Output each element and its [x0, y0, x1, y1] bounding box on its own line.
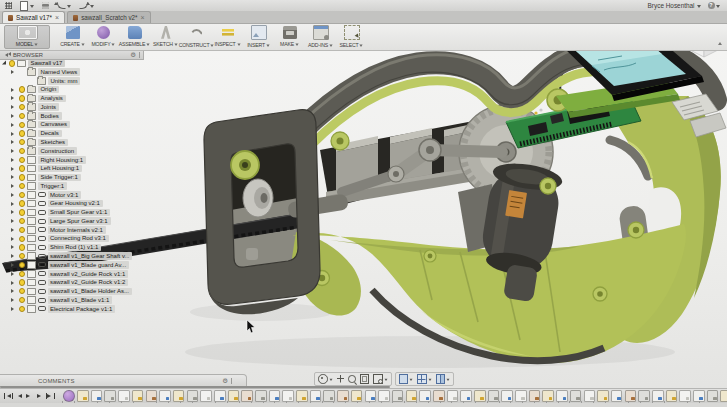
toolbar-menu[interactable]: INSERT — [243, 25, 274, 49]
browser-item-label[interactable]: sawzall v2_Guide Rock v1:2 — [48, 279, 128, 287]
toolbar-menu[interactable]: CREATE — [57, 25, 88, 49]
browser-item-label[interactable]: Shim Rod (1) v1:1 — [48, 244, 101, 252]
toolbar-menu[interactable]: CONSTRUCT — [181, 25, 212, 49]
browser-item-label[interactable]: Right Housing:1 — [38, 156, 86, 164]
timeline-feature-icon[interactable] — [720, 390, 727, 402]
toolbar-menu[interactable]: MAKE — [274, 25, 305, 49]
document-tab[interactable]: sawzall_Scratch v2* — [67, 11, 150, 23]
browser-item-label[interactable]: Analysis — [38, 95, 65, 103]
browser-item[interactable]: Joints — [0, 103, 140, 112]
browser-item[interactable]: Construction — [0, 147, 140, 156]
browser-item-label[interactable]: Trigger:1 — [38, 182, 67, 190]
user-menu[interactable]: Bryce Hosenthal — [648, 2, 701, 10]
expand-arrow-icon[interactable] — [11, 219, 16, 223]
browser-item[interactable]: Sawzall v17 — [0, 59, 140, 68]
toolbar-menu[interactable]: ASSEMBLE — [119, 25, 150, 49]
visibility-bulb-icon[interactable] — [19, 297, 25, 303]
expand-arrow-icon[interactable] — [11, 289, 16, 293]
save-icon[interactable] — [42, 2, 49, 9]
undo-icon[interactable] — [57, 2, 72, 10]
browser-item-label[interactable]: Construction — [38, 147, 77, 155]
toolbar-menu[interactable]: INSPECT — [212, 25, 243, 49]
timeline-feature-icon[interactable] — [707, 390, 719, 402]
browser-item[interactable]: Trigger:1 — [0, 182, 140, 191]
toolbar-menu[interactable]: SELECT — [336, 25, 367, 49]
visibility-bulb-icon[interactable] — [19, 209, 25, 215]
expand-arrow-icon[interactable] — [11, 263, 16, 267]
browser-item-label[interactable]: sawzall v1_Blade Holder As... — [48, 288, 132, 296]
browser-item-label[interactable]: Sawzall v17 — [28, 60, 65, 68]
document-tab[interactable]: Sawzall v17* — [2, 11, 65, 23]
browser-item-label[interactable]: Large Spur Gear v3:1 — [48, 217, 111, 225]
expand-arrow-icon[interactable] — [11, 175, 16, 179]
toolbar-menu[interactable]: MODIFY — [88, 25, 119, 49]
expand-arrow-icon[interactable] — [11, 88, 16, 92]
browser-item[interactable]: Small Spur Gear v1:1 — [0, 208, 140, 217]
workspace-selector[interactable]: MODEL — [4, 25, 50, 49]
visibility-bulb-icon[interactable] — [19, 95, 25, 101]
apps-grid-icon[interactable] — [5, 2, 12, 9]
step-forward-button[interactable] — [36, 392, 44, 401]
expand-arrow-icon[interactable] — [11, 245, 16, 249]
expand-arrow-icon[interactable] — [11, 202, 16, 206]
browser-item[interactable]: sawzall v1_Big Gear Shaft v... — [0, 252, 140, 261]
expand-arrow-icon[interactable] — [11, 254, 16, 258]
expand-arrow-icon[interactable] — [11, 228, 16, 232]
browser-item-label[interactable]: Small Spur Gear v1:1 — [48, 209, 110, 217]
browser-gear-icon[interactable]: ⚙ — [130, 51, 136, 59]
browser-item-label[interactable]: Motor v3:1 — [48, 191, 81, 199]
browser-item[interactable]: Motor Internals v2:1 — [0, 226, 140, 235]
expand-arrow-icon[interactable] — [11, 272, 16, 276]
visibility-bulb-icon[interactable] — [19, 192, 25, 198]
visibility-bulb-icon[interactable] — [19, 165, 25, 171]
expand-arrow-icon[interactable] — [11, 184, 16, 188]
browser-item[interactable]: Decals — [0, 129, 140, 138]
browser-item-label[interactable]: sawzall v1_Big Gear Shaft v... — [48, 252, 133, 260]
browser-item-label[interactable]: sawzall v1_Blade v1:1 — [48, 296, 112, 304]
expand-arrow-icon[interactable] — [11, 96, 16, 100]
viewports-settings[interactable] — [436, 374, 451, 384]
browser-item[interactable]: Units: mm — [0, 77, 140, 86]
browser-item[interactable]: Named Views — [0, 68, 140, 77]
expand-arrow-icon[interactable] — [11, 307, 16, 311]
expand-arrow-icon[interactable] — [11, 123, 16, 127]
toolbar-menu[interactable]: ADD-INS — [305, 25, 336, 49]
expand-arrow-icon[interactable] — [11, 149, 16, 153]
toolbar-collapse-icon[interactable] — [718, 40, 722, 45]
visibility-bulb-icon[interactable] — [19, 157, 25, 163]
visibility-bulb-icon[interactable] — [19, 288, 25, 294]
browser-item-label[interactable]: Gear Housing v2:1 — [48, 200, 103, 208]
browser-item-label[interactable]: sawzall v1_Blade guard Av... — [48, 261, 129, 269]
browser-item[interactable]: Connecting Rod v3:1 — [0, 234, 140, 243]
browser-item-label[interactable]: Canvases — [38, 121, 70, 129]
browser-item[interactable]: Right Housing:1 — [0, 155, 140, 164]
expand-arrow-icon[interactable] — [11, 140, 16, 144]
browser-item-label[interactable]: Side Trigger:1 — [38, 174, 80, 182]
browser-item[interactable]: sawzall v2_Guide Rock v1:1 — [0, 269, 140, 278]
visibility-bulb-icon[interactable] — [19, 104, 25, 110]
browser-item[interactable]: Large Spur Gear v3:1 — [0, 217, 140, 226]
visibility-bulb-icon[interactable] — [19, 262, 25, 268]
zoom-window-tool[interactable] — [373, 374, 388, 384]
browser-item[interactable]: sawzall v1_Blade v1:1 — [0, 296, 140, 305]
zoom-tool[interactable] — [348, 375, 356, 383]
visibility-bulb-icon[interactable] — [19, 183, 25, 189]
browser-item[interactable]: sawzall v2_Guide Rock v1:2 — [0, 278, 140, 287]
expand-arrow-icon[interactable] — [11, 132, 16, 136]
expand-arrow-icon[interactable] — [11, 210, 16, 214]
browser-item-label[interactable]: Origin — [38, 86, 59, 94]
toolbar-menu[interactable]: SKETCH — [150, 25, 181, 49]
go-to-end-button[interactable] — [46, 392, 54, 401]
browser-item[interactable]: Left Housing:1 — [0, 164, 140, 173]
visibility-bulb-icon[interactable] — [9, 60, 15, 66]
file-menu-icon[interactable] — [20, 1, 34, 11]
browser-item[interactable]: Origin — [0, 85, 140, 94]
visibility-bulb-icon[interactable] — [19, 244, 25, 250]
comments-gear-icon[interactable]: ⚙ — [222, 377, 228, 385]
browser-item-label[interactable]: Decals — [38, 130, 61, 138]
expand-arrow-icon[interactable] — [11, 158, 16, 162]
browser-item-label[interactable]: Left Housing:1 — [38, 165, 82, 173]
browser-item[interactable]: Side Trigger:1 — [0, 173, 140, 182]
browser-item-label[interactable]: sawzall v2_Guide Rock v1:1 — [48, 270, 128, 278]
browser-item-label[interactable]: Sketches — [38, 139, 68, 147]
